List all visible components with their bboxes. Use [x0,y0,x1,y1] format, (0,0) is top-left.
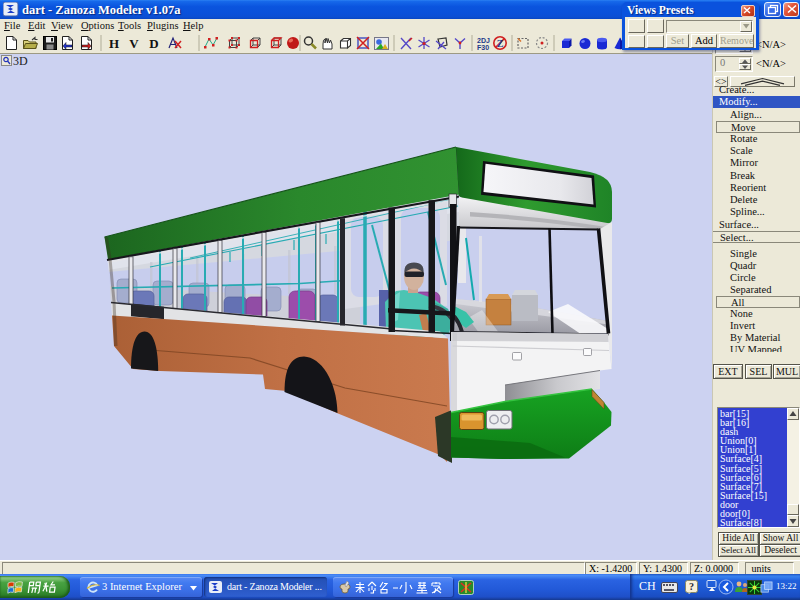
svg-text:V: V [129,36,139,51]
svg-text:F30: F30 [477,44,489,51]
svg-text:Z: Z [497,38,504,49]
svg-text:2DJ: 2DJ [477,37,490,44]
svg-text:?: ? [689,581,694,592]
svg-text:D: D [149,36,158,51]
svg-text:H: H [109,36,119,51]
